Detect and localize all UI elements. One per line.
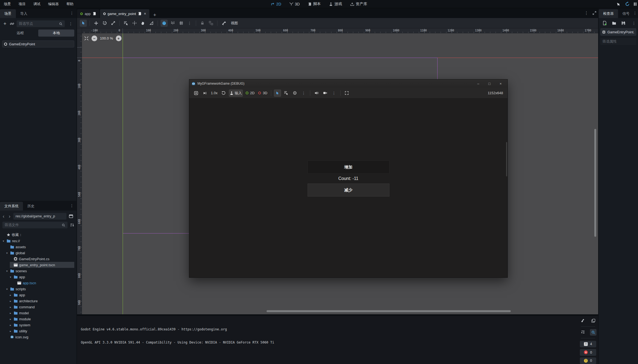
tree-item-res[interactable]: ▾res:// xyxy=(0,238,76,244)
maximize-window-button[interactable]: □ xyxy=(485,80,494,87)
pause-game-icon[interactable] xyxy=(634,2,636,6)
expand-arrow-icon[interactable]: ▸ xyxy=(9,312,12,315)
smart-snap-toggle[interactable] xyxy=(161,20,168,27)
move-tool[interactable] xyxy=(93,20,100,27)
overflow-menu-icon[interactable]: ⋮ xyxy=(68,11,75,15)
restart-game-icon[interactable] xyxy=(625,2,630,6)
rotate-tool[interactable] xyxy=(101,20,108,27)
viewport-canvas[interactable]: − 100.0 % + MyGFrameworkGame (DEBUG) – □… xyxy=(82,33,598,314)
list-select-tool[interactable] xyxy=(122,20,129,27)
zoom-percentage[interactable]: 100.0 % xyxy=(100,36,113,40)
scene-tab-game-entry-point[interactable]: game_entry_point × xyxy=(100,9,149,18)
filter-nodes-input[interactable]: 筛选节点 xyxy=(16,20,65,27)
camera-options-menu-icon[interactable]: ⋮ xyxy=(330,91,338,95)
local-button[interactable]: 本地 xyxy=(38,29,74,37)
tree-item-module[interactable]: ▸module xyxy=(0,316,76,322)
game-scrollbar[interactable] xyxy=(506,142,507,176)
tree-item-[interactable]: 收藏： xyxy=(0,232,76,238)
filter-files-input[interactable]: 筛选文件 xyxy=(2,221,68,229)
tree-item-model[interactable]: ▸model xyxy=(0,310,76,316)
runtime-list-select-tool[interactable] xyxy=(283,90,290,97)
menu-debug[interactable]: 调试 xyxy=(29,0,44,8)
new-resource-icon[interactable] xyxy=(602,21,607,25)
tree-item-scripts[interactable]: ▾scripts xyxy=(0,286,76,292)
message-count-badge[interactable]: ! 4 xyxy=(580,341,596,347)
workspace-game[interactable]: 游戏 xyxy=(326,0,345,8)
instance-scene-icon[interactable] xyxy=(10,22,14,26)
lock-selected-icon[interactable] xyxy=(199,20,206,27)
game-window-titlebar[interactable]: MyGFrameworkGame (DEBUG) – □ × xyxy=(189,79,507,88)
menu-editor[interactable]: 编辑器 xyxy=(44,0,63,8)
tab-filesystem[interactable]: 文件系统 xyxy=(0,202,23,211)
overflow-menu-icon[interactable]: ⋮ xyxy=(631,11,638,15)
workspace-script[interactable]: 脚本 xyxy=(305,0,323,8)
load-resource-icon[interactable] xyxy=(612,21,616,25)
expand-arrow-icon[interactable]: ▸ xyxy=(9,330,12,333)
tree-item-global[interactable]: ▾global xyxy=(0,250,76,256)
view-menu-button[interactable]: 视图 xyxy=(229,21,240,26)
search-output-icon[interactable] xyxy=(590,329,596,336)
expand-arrow-icon[interactable]: ▸ xyxy=(9,300,12,303)
workspace-2d[interactable]: 2D xyxy=(268,0,284,8)
next-frame-icon[interactable] xyxy=(201,90,208,97)
horizontal-scrollbar[interactable] xyxy=(267,310,511,312)
path-field[interactable]: res://global/game_entry_p xyxy=(13,213,67,220)
scene-root-node[interactable]: GameEntryPoint xyxy=(2,40,74,48)
warning-count-badge[interactable]: ! 0 xyxy=(580,357,596,364)
tab-inspector[interactable]: 检查器 xyxy=(599,9,618,18)
menu-project[interactable]: 项目 xyxy=(15,0,29,8)
copy-output-icon[interactable] xyxy=(590,317,596,324)
scene-tab-app[interactable]: app xyxy=(77,9,99,18)
expand-arrow-icon[interactable]: ▸ xyxy=(9,318,12,321)
ruler-tool[interactable] xyxy=(148,20,155,27)
menu-help[interactable]: 帮助 xyxy=(63,0,77,8)
grid-toggle[interactable] xyxy=(178,20,185,27)
menu-scene[interactable]: 场景 xyxy=(0,0,15,8)
expand-arrow-icon[interactable]: ▸ xyxy=(9,306,12,309)
select-tool[interactable] xyxy=(80,20,87,27)
reset-speed-icon[interactable] xyxy=(220,90,227,97)
debug-2d-toggle[interactable]: 2D xyxy=(244,90,256,97)
speed-multiplier[interactable]: 1.0x xyxy=(210,90,218,97)
tree-item-command[interactable]: ▸command xyxy=(0,304,76,310)
pivot-tool[interactable] xyxy=(131,20,138,27)
filter-properties-input[interactable]: 筛选属性 xyxy=(600,38,636,45)
remote-button[interactable]: 远程 xyxy=(2,29,38,37)
expand-arrow-icon[interactable]: ▸ xyxy=(9,294,12,297)
suspend-game-icon[interactable] xyxy=(193,90,200,97)
tab-list-menu-icon[interactable]: ⋮ xyxy=(584,10,589,16)
expand-arrow-icon[interactable]: ▸ xyxy=(9,324,12,327)
tree-item-utility[interactable]: ▸utility xyxy=(0,328,76,334)
edited-resource-row[interactable]: GameEntryPoint. xyxy=(600,28,636,36)
tree-item-app.tscn[interactable]: app.tscn xyxy=(0,280,76,286)
input-passthrough-toggle[interactable]: 输入 xyxy=(229,90,243,97)
center-view-icon[interactable] xyxy=(84,36,89,41)
tree-item-app[interactable]: ▸app xyxy=(0,292,76,298)
increase-button[interactable]: 增加 xyxy=(308,161,389,174)
error-count-badge[interactable]: × 0 xyxy=(580,349,596,356)
tab-history[interactable]: 历史 xyxy=(23,202,39,211)
add-node-button[interactable]: + xyxy=(2,21,8,27)
pan-tool[interactable] xyxy=(139,20,146,27)
toggle-split-mode-icon[interactable] xyxy=(68,214,74,218)
sort-files-icon[interactable] xyxy=(70,223,74,227)
minimize-window-button[interactable]: – xyxy=(474,80,483,87)
tree-item-architecture[interactable]: ▸architecture xyxy=(0,298,76,304)
vertical-scrollbar[interactable] xyxy=(594,129,596,237)
zoom-in-button[interactable]: + xyxy=(116,35,122,41)
game-viewport[interactable]: 增加 Count: -11 减少 xyxy=(189,99,507,277)
scale-tool[interactable] xyxy=(110,20,117,27)
skeleton-options-icon[interactable] xyxy=(220,20,227,27)
tree-item-gameentrypoint.tscn[interactable]: game_entry_point.tscn xyxy=(0,262,76,268)
save-resource-icon[interactable] xyxy=(621,21,625,25)
workspace-3d[interactable]: 3D xyxy=(287,0,303,8)
overflow-menu-icon[interactable]: ⋮ xyxy=(68,203,75,208)
new-scene-tab-button[interactable]: + xyxy=(150,12,160,18)
node-picker-icon[interactable] xyxy=(291,90,299,97)
workspace-assetlib[interactable]: 资产库 xyxy=(347,0,370,8)
grid-snap-toggle[interactable] xyxy=(169,20,176,27)
camera-override-icon[interactable] xyxy=(322,90,329,97)
nav-forward-icon[interactable]: › xyxy=(7,214,12,219)
tree-item-system[interactable]: ▸system xyxy=(0,322,76,328)
mute-audio-icon[interactable] xyxy=(313,90,320,97)
